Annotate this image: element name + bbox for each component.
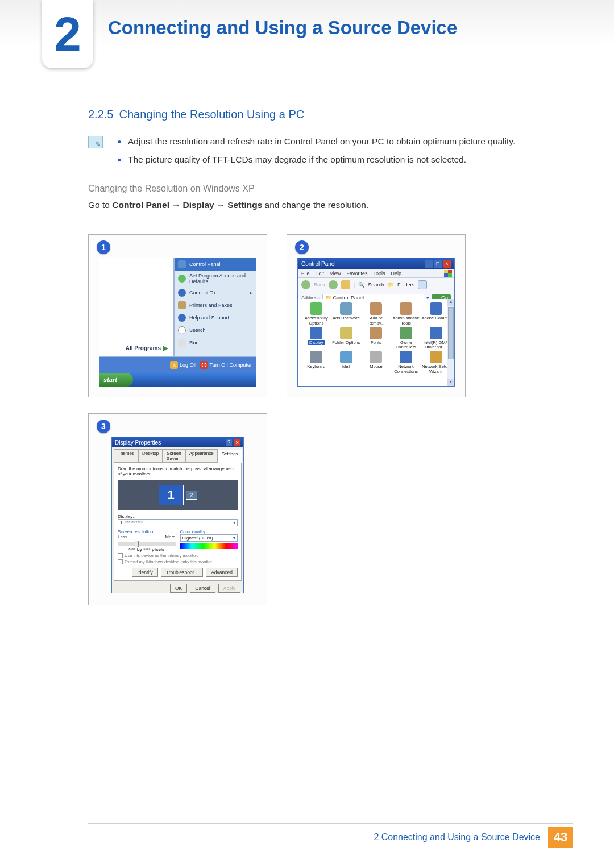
menu-file[interactable]: File bbox=[301, 271, 310, 276]
monitor-1[interactable]: 1 bbox=[159, 485, 184, 505]
control-panel-item[interactable]: Mouse bbox=[361, 351, 391, 374]
chapter-title: Connecting and Using a Source Device bbox=[108, 17, 457, 39]
control-panel-item[interactable]: Add Hardware bbox=[331, 302, 362, 326]
scroll-up-icon[interactable]: ▴ bbox=[447, 299, 454, 306]
tab-appearance[interactable]: Appearance bbox=[185, 449, 218, 462]
maximize-icon[interactable]: □ bbox=[434, 260, 442, 268]
tab-themes[interactable]: Themes bbox=[114, 449, 138, 462]
color-quality-select[interactable]: Highest (32 bit)▾ bbox=[180, 534, 238, 542]
close-icon[interactable]: × bbox=[234, 439, 240, 446]
advanced-button[interactable]: Advanced bbox=[206, 568, 238, 577]
start-menu-item[interactable]: Help and Support bbox=[175, 312, 256, 324]
start-menu-item[interactable]: Search bbox=[175, 324, 256, 337]
cp-item-icon bbox=[370, 351, 382, 363]
checkbox-icon bbox=[118, 553, 123, 558]
window-titlebar: Display Properties ? × bbox=[112, 437, 243, 447]
menu-bar: File Edit View Favorites Tools Help bbox=[298, 269, 454, 278]
control-panel-item[interactable]: Network Setup Wizard bbox=[421, 351, 451, 374]
step-badge-1: 1 bbox=[97, 240, 110, 254]
views-icon[interactable] bbox=[418, 280, 427, 289]
all-programs[interactable]: All Programs▶ bbox=[99, 344, 173, 352]
start-menu-item[interactable]: Set Program Access and Defaults bbox=[175, 271, 256, 286]
start-menu-left-panel: All Programs▶ bbox=[99, 258, 174, 357]
menu-view[interactable]: View bbox=[330, 271, 341, 276]
control-panel-item[interactable]: Game Controllers bbox=[391, 327, 421, 350]
resolution-label: Screen resolution bbox=[118, 529, 176, 534]
scroll-down-icon[interactable]: ▾ bbox=[447, 379, 454, 386]
control-panel-item[interactable]: Display bbox=[301, 327, 331, 350]
help-icon bbox=[178, 314, 186, 322]
help-icon[interactable]: ? bbox=[226, 439, 233, 446]
footer-rule bbox=[88, 823, 573, 824]
back-icon[interactable] bbox=[301, 280, 310, 289]
search-icon[interactable]: 🔍 bbox=[358, 282, 364, 288]
control-panel-item[interactable]: Keyboard bbox=[301, 351, 331, 374]
up-icon[interactable] bbox=[341, 280, 350, 289]
figure-display-properties: 3 Display Properties ? × ThemesDesktopSc… bbox=[88, 413, 267, 605]
control-panel-icon bbox=[178, 260, 186, 268]
scrollbar-thumb[interactable] bbox=[448, 307, 454, 359]
monitor-arrangement[interactable]: 1 2 bbox=[118, 480, 238, 510]
cp-item-icon bbox=[310, 302, 322, 315]
cp-item-label: Folder Options bbox=[332, 340, 360, 345]
cp-item-icon bbox=[430, 302, 442, 315]
minimize-icon[interactable]: – bbox=[425, 260, 433, 268]
note-block: Adjust the resolution and refresh rate i… bbox=[88, 135, 557, 171]
cp-item-icon bbox=[310, 351, 322, 363]
start-menu-item[interactable]: Run... bbox=[175, 337, 256, 349]
cp-item-label: Mouse bbox=[370, 364, 383, 369]
note-bullet: Adjust the resolution and refresh rate i… bbox=[115, 135, 515, 148]
window-title: Display Properties bbox=[115, 439, 161, 446]
start-menu-footer: ⎋Log Off ⏻Turn Off Computer bbox=[99, 357, 256, 373]
control-panel-item[interactable]: Network Connections bbox=[391, 351, 421, 374]
identify-button[interactable]: Identify bbox=[132, 568, 157, 577]
checkbox-extend-desktop[interactable]: Extend my Windows desktop onto this moni… bbox=[118, 559, 238, 564]
apply-button[interactable]: Apply bbox=[218, 584, 240, 593]
menu-edit[interactable]: Edit bbox=[316, 271, 325, 276]
cp-item-icon bbox=[340, 351, 352, 363]
troubleshoot-button[interactable]: Troubleshoot... bbox=[161, 568, 203, 577]
cp-item-label: Add or Remov... bbox=[361, 316, 391, 326]
scrollbar[interactable]: ▴ ▾ bbox=[447, 299, 454, 386]
res-more: More bbox=[165, 534, 175, 539]
section-title: Changing the Resolution Using a PC bbox=[119, 108, 304, 121]
menu-favorites[interactable]: Favorites bbox=[346, 271, 367, 276]
close-icon[interactable]: × bbox=[443, 260, 451, 268]
control-panel-item[interactable]: Folder Options bbox=[331, 327, 362, 350]
start-menu-item[interactable]: Printers and Faxes bbox=[175, 299, 256, 312]
control-panel-item[interactable]: Fonts bbox=[361, 327, 391, 350]
start-menu-item-control-panel[interactable]: Control Panel bbox=[175, 258, 256, 271]
display-select[interactable]: 1. **********▾ bbox=[118, 519, 238, 526]
tab-desktop[interactable]: Desktop bbox=[138, 449, 163, 462]
tab-settings[interactable]: Settings bbox=[218, 450, 242, 463]
forward-icon[interactable] bbox=[329, 280, 338, 289]
checkbox-primary-monitor[interactable]: Use this device as the primary monitor. bbox=[118, 553, 238, 558]
menu-tools[interactable]: Tools bbox=[373, 271, 385, 276]
tab-screen-saver[interactable]: Screen Saver bbox=[163, 449, 185, 462]
menu-help[interactable]: Help bbox=[391, 271, 401, 276]
start-menu-item[interactable]: Connect To▸ bbox=[175, 286, 256, 299]
control-panel-item[interactable]: Adobe Gamma bbox=[421, 302, 451, 326]
toolbar: Back | 🔍 Search 📁 Folders bbox=[298, 278, 454, 292]
slider-knob[interactable] bbox=[135, 541, 139, 547]
cp-item-label: Display bbox=[308, 340, 325, 345]
folders-icon[interactable]: 📁 bbox=[388, 282, 394, 288]
log-off-button[interactable]: ⎋Log Off bbox=[170, 361, 196, 369]
cp-item-icon bbox=[430, 327, 442, 339]
ok-button[interactable]: OK bbox=[170, 584, 187, 593]
display-label: Display: bbox=[118, 514, 238, 519]
resolution-slider[interactable] bbox=[118, 542, 176, 546]
page-number: 43 bbox=[548, 827, 573, 848]
step-badge-2: 2 bbox=[295, 240, 309, 254]
control-panel-item[interactable]: Add or Remov... bbox=[361, 302, 391, 326]
connect-icon bbox=[178, 289, 186, 297]
start-button[interactable]: start bbox=[99, 373, 133, 387]
monitor-2[interactable]: 2 bbox=[186, 491, 197, 500]
control-panel-item[interactable]: Mail bbox=[331, 351, 362, 374]
control-panel-item[interactable]: Administrative Tools bbox=[391, 302, 421, 326]
control-panel-item[interactable]: Intel(R) GMA Driver for ... bbox=[421, 327, 451, 350]
cancel-button[interactable]: Cancel bbox=[190, 584, 215, 593]
control-panel-item[interactable]: Accessibility Options bbox=[301, 302, 331, 326]
run-icon bbox=[178, 339, 186, 347]
turn-off-button[interactable]: ⏻Turn Off Computer bbox=[200, 361, 252, 369]
